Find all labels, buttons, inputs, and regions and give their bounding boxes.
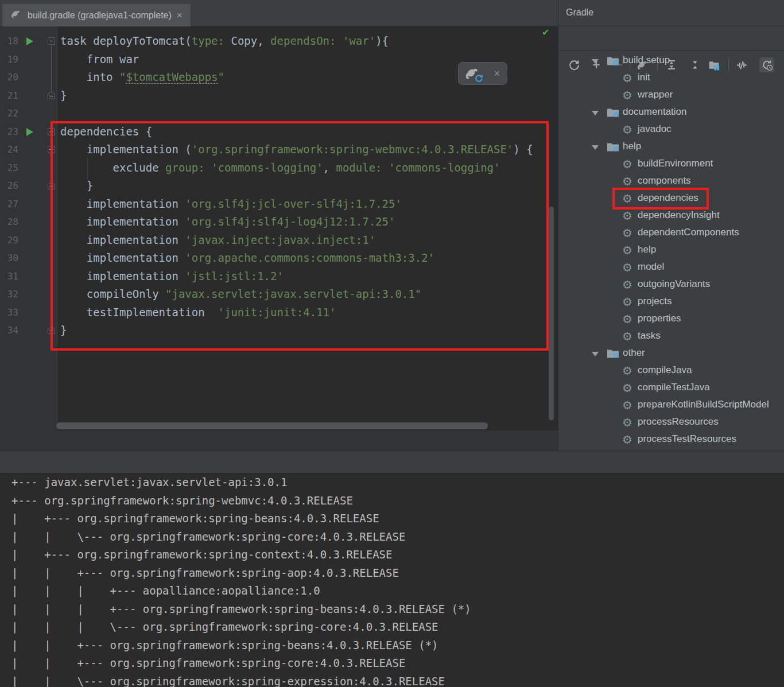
tree-item-dependencyInsight[interactable]: ⚙dependencyInsight bbox=[558, 207, 784, 224]
line-number: 30 bbox=[0, 251, 18, 265]
console-line: | | \--- org.springframework:spring-expr… bbox=[0, 673, 784, 687]
gradle-panel-header: Gradle bbox=[558, 0, 784, 26]
tree-item-prepareKotlinBuildScriptModel[interactable]: ⚙prepareKotlinBuildScriptModel bbox=[558, 397, 784, 414]
line-number: 20 bbox=[0, 71, 18, 84]
tree-item-help[interactable]: ⚙help bbox=[558, 138, 784, 156]
tree-item-model[interactable]: ⚙model bbox=[558, 259, 784, 276]
folder-icon: ⚙ bbox=[607, 349, 619, 359]
code-line: implementation 'org.apache.commons:commo… bbox=[60, 249, 434, 267]
tree-item-properties[interactable]: ⚙properties bbox=[558, 310, 784, 328]
gradle-tree: ⚙build setup⚙init⚙wrapper⚙documentation⚙… bbox=[558, 51, 784, 451]
indent-guide bbox=[87, 157, 88, 180]
tree-item-build setup[interactable]: ⚙build setup bbox=[558, 52, 784, 69]
tree-item-help[interactable]: ⚙help bbox=[558, 242, 784, 259]
vertical-scrollbar[interactable] bbox=[549, 207, 554, 420]
tree-item-label: wrapper bbox=[638, 89, 673, 100]
tree-item-components[interactable]: ⚙components bbox=[558, 173, 784, 190]
tree-item-compileTestJava[interactable]: ⚙compileTestJava bbox=[558, 379, 784, 397]
editor-tab[interactable]: build.gradle (gradlejava1-complete) × bbox=[2, 4, 191, 26]
code-editor[interactable]: 18task deployToTomcat(type: Copy, depend… bbox=[0, 26, 558, 430]
tree-item-label: help bbox=[638, 244, 656, 255]
gear-icon: ⚙ bbox=[622, 260, 632, 275]
gear-icon: ⚙ bbox=[622, 174, 632, 189]
console-line: | +--- org.springframework:spring-beans:… bbox=[0, 510, 784, 528]
tree-item-processTestResources[interactable]: ⚙processTestResources bbox=[558, 431, 784, 448]
tree-item-dependencies[interactable]: ⚙dependencies bbox=[558, 190, 784, 207]
console-line: | | +--- org.springframework:spring-core… bbox=[0, 654, 784, 673]
tree-item-label: init bbox=[638, 72, 650, 83]
tree-item-label: projects bbox=[638, 296, 672, 307]
tree-item-processResources[interactable]: ⚙processResources bbox=[558, 414, 784, 431]
code-line: } bbox=[60, 87, 67, 105]
tree-item-buildEnvironment[interactable]: ⚙buildEnvironment bbox=[558, 156, 784, 173]
console-line: +--- org.springframework:spring-webmvc:4… bbox=[0, 492, 784, 510]
tree-item-label: properties bbox=[638, 313, 681, 324]
tree-item-label: components bbox=[638, 175, 691, 187]
horizontal-scrollbar[interactable] bbox=[56, 422, 488, 429]
tree-item-documentation[interactable]: ⚙documentation bbox=[558, 104, 784, 121]
code-line: implementation ('org.springframework:spr… bbox=[60, 141, 533, 159]
tree-item-label: javadoc bbox=[638, 123, 672, 135]
console-line: | +--- org.springframework:spring-contex… bbox=[0, 546, 784, 564]
chevron-down-icon[interactable] bbox=[592, 111, 599, 115]
code-line: dependencies { bbox=[60, 123, 152, 141]
tree-item-wrapper[interactable]: ⚙wrapper bbox=[558, 87, 784, 104]
line-number: 25 bbox=[0, 161, 18, 175]
code-line: testImplementation 'junit:junit:4.11' bbox=[60, 304, 336, 322]
tree-item-outgoingVariants[interactable]: ⚙outgoingVariants bbox=[558, 276, 784, 293]
tree-item-compileJava[interactable]: ⚙compileJava bbox=[558, 362, 784, 379]
console-line: | | | +--- aopalliance:aopalliance:1.0 bbox=[0, 582, 784, 600]
run-task-icon[interactable] bbox=[26, 37, 33, 45]
tree-item-dependentComponents[interactable]: ⚙dependentComponents bbox=[558, 224, 784, 242]
tree-item-label: dependentComponents bbox=[638, 227, 739, 238]
tree-item-other[interactable]: ⚙other bbox=[558, 345, 784, 362]
chevron-down-icon[interactable] bbox=[592, 145, 599, 150]
panel-splitter[interactable] bbox=[0, 451, 784, 473]
tree-item-label: dependencyInsight bbox=[638, 209, 720, 221]
code-line: implementation 'javax.inject:javax.injec… bbox=[60, 231, 375, 250]
tree-item-label: processResources bbox=[638, 416, 719, 428]
chevron-down-icon[interactable] bbox=[592, 352, 599, 356]
tree-item-javadoc[interactable]: ⚙javadoc bbox=[558, 121, 784, 138]
tab-title: build.gradle (gradlejava1-complete) bbox=[28, 10, 172, 21]
inspection-ok-icon[interactable]: ✔ bbox=[542, 27, 549, 38]
tree-item-label: other bbox=[623, 347, 645, 359]
gear-icon: ⚙ bbox=[622, 415, 632, 430]
gear-icon: ⚙ bbox=[622, 226, 632, 240]
line-number: 27 bbox=[0, 197, 18, 211]
tree-item-tasks[interactable]: ⚙tasks bbox=[558, 328, 784, 345]
fold-start-icon[interactable] bbox=[48, 128, 55, 135]
tree-item-label: prepareKotlinBuildScriptModel bbox=[638, 399, 769, 410]
console-line: | | | \--- org.springframework:spring-co… bbox=[0, 618, 784, 636]
console-output[interactable]: +--- javax.servlet:javax.servlet-api:3.0… bbox=[0, 473, 784, 687]
line-number: 34 bbox=[0, 324, 18, 337]
gear-icon: ⚙ bbox=[612, 59, 619, 67]
gear-icon: ⚙ bbox=[612, 352, 619, 359]
tree-item-label: help bbox=[623, 141, 641, 152]
code-line: from war bbox=[60, 51, 139, 69]
fold-start-icon[interactable] bbox=[48, 37, 55, 45]
folder-icon: ⚙ bbox=[607, 56, 619, 66]
gear-icon: ⚙ bbox=[622, 71, 632, 86]
line-number: 28 bbox=[0, 215, 18, 229]
console-line: | | \--- org.springframework:spring-core… bbox=[0, 528, 784, 546]
line-number: 26 bbox=[0, 179, 18, 193]
gear-icon: ⚙ bbox=[622, 122, 632, 137]
close-icon[interactable]: × bbox=[494, 68, 500, 80]
tree-item-label: outgoingVariants bbox=[638, 278, 710, 290]
chevron-down-icon[interactable] bbox=[592, 59, 599, 64]
run-task-icon[interactable] bbox=[26, 128, 33, 136]
close-icon[interactable]: × bbox=[177, 10, 183, 20]
folder-icon: ⚙ bbox=[607, 108, 619, 118]
line-number: 33 bbox=[0, 306, 18, 320]
tree-item-label: buildEnvironment bbox=[638, 158, 713, 169]
tab-strip: build.gradle (gradlejava1-complete) × bbox=[0, 0, 558, 26]
line-number: 21 bbox=[0, 89, 18, 103]
gear-icon: ⚙ bbox=[622, 432, 632, 447]
code-line: implementation 'org.slf4j:slf4j-log4j12:… bbox=[60, 213, 395, 231]
tree-item-label: compileTestJava bbox=[638, 382, 710, 393]
gradle-reload-widget[interactable]: × bbox=[458, 62, 507, 85]
gear-icon: ⚙ bbox=[612, 111, 619, 118]
tree-item-init[interactable]: ⚙init bbox=[558, 69, 784, 87]
tree-item-projects[interactable]: ⚙projects bbox=[558, 293, 784, 310]
